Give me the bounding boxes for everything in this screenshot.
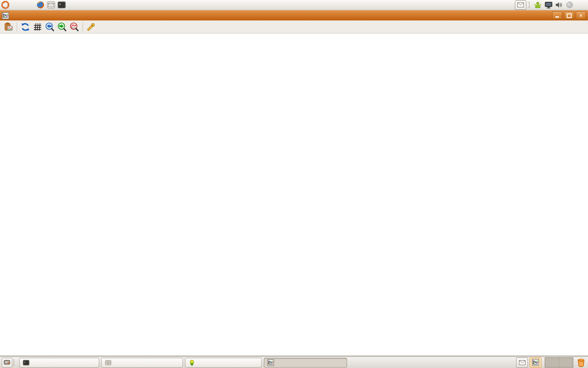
next-zoom-button[interactable] [56,21,68,33]
file-manager-icon [105,359,111,366]
chart-lr-correlation[interactable] [0,225,588,348]
chart-echo-signal[interactable] [0,36,588,97]
autoscale-button[interactable] [68,21,80,33]
mail-launcher-icon[interactable] [47,0,56,9]
firefox-icon[interactable] [36,0,45,9]
chart-lr-echo[interactable] [0,99,588,222]
tray-mail-button[interactable] [515,0,526,10]
gnuplot-icon [267,359,274,366]
toolbar-separator [82,22,83,31]
display-icon[interactable] [544,0,553,9]
trash-button[interactable] [576,358,586,368]
gnome-bottom-panel [0,357,588,368]
minimize-icon [555,16,559,18]
minimize-button[interactable] [552,11,562,20]
close-icon: ✕ [579,13,583,18]
mail-envelope-icon [519,360,526,365]
workspace-1[interactable] [545,358,559,367]
gnuplot-toolbar [0,20,588,34]
gnome-top-panel [0,0,588,10]
taskbar-mail-tray-button[interactable] [516,357,528,368]
gnuplot-icon [532,359,539,366]
gnuplot-window-icon [2,12,9,19]
menu-places[interactable] [19,0,27,10]
ubuntu-logo-icon[interactable] [1,0,10,9]
replot-button[interactable] [19,21,31,33]
task-button-gajim[interactable] [185,358,262,368]
copy-to-clipboard-button[interactable] [2,21,15,33]
menu-applications[interactable] [11,0,19,10]
window-titlebar: ✕ [0,10,588,20]
taskbar-separator [13,359,16,366]
weather-icon[interactable] [565,0,574,9]
terminal-icon [23,359,29,366]
show-desktop-button[interactable] [2,358,12,368]
update-notifier-icon[interactable] [533,0,542,9]
maximize-button[interactable] [564,11,574,20]
task-button-gnuplot[interactable] [264,358,347,368]
grid-button[interactable] [31,21,44,33]
task-button-file-manager[interactable] [101,358,183,368]
tray-separator [529,2,531,8]
task-button-terminal[interactable] [19,358,99,368]
settings-button[interactable] [85,21,97,33]
volume-icon[interactable] [555,0,564,9]
previous-zoom-button[interactable] [44,21,56,33]
trash-icon [577,358,585,367]
toolbar-separator [17,22,17,31]
close-button[interactable]: ✕ [576,11,586,20]
workspace-switcher[interactable] [545,357,573,368]
gnuplot-canvas [0,34,588,355]
gajim-icon [189,359,195,366]
menu-system[interactable] [27,0,35,10]
terminal-launcher-icon[interactable] [57,0,66,9]
maximize-icon [567,13,572,18]
help-button[interactable] [97,21,109,33]
window-selector-gnuplot-button[interactable] [530,357,541,368]
workspace-2[interactable] [559,358,573,367]
